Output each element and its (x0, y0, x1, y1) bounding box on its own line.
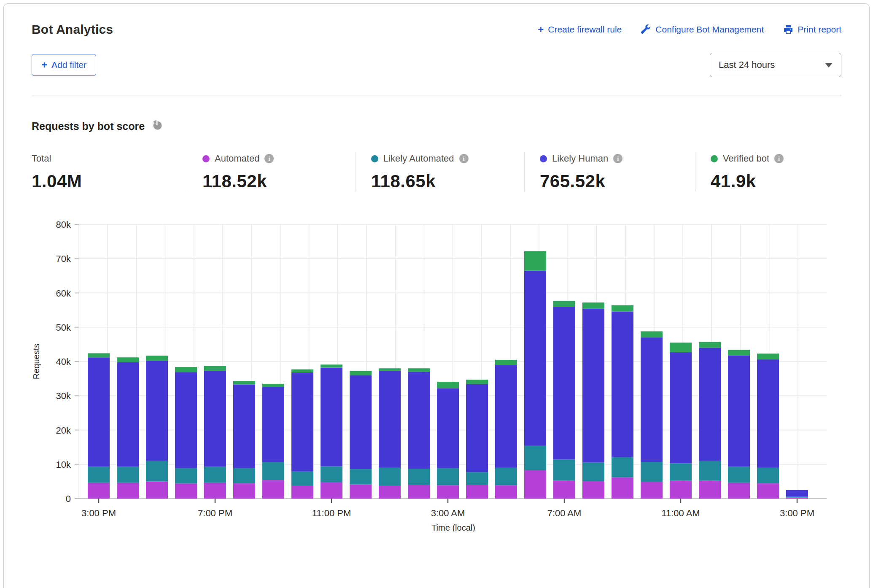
bar-segment[interactable] (757, 353, 779, 359)
bar-segment[interactable] (233, 483, 255, 499)
add-filter-button[interactable]: + Add filter (32, 54, 96, 76)
bar-segment[interactable] (437, 485, 459, 499)
bar-segment[interactable] (175, 367, 197, 372)
bar-segment[interactable] (146, 361, 168, 461)
bar-segment[interactable] (175, 468, 197, 484)
bar-segment[interactable] (786, 498, 808, 499)
print-report-link[interactable]: Print report (783, 24, 841, 35)
bar-segment[interactable] (728, 350, 750, 355)
bar-segment[interactable] (786, 490, 808, 496)
bar-segment[interactable] (553, 301, 575, 307)
create-firewall-rule-link[interactable]: + Create firewall rule (538, 24, 622, 35)
bar-segment[interactable] (291, 486, 313, 499)
bar-segment[interactable] (379, 468, 401, 486)
bar-segment[interactable] (88, 357, 110, 467)
bar-segment[interactable] (262, 387, 284, 462)
bar-segment[interactable] (146, 356, 168, 361)
bar-segment[interactable] (321, 368, 342, 467)
info-icon[interactable]: i (613, 154, 622, 163)
bar-segment[interactable] (262, 384, 284, 387)
bar-segment[interactable] (379, 371, 401, 468)
bar-segment[interactable] (117, 357, 139, 362)
bar-segment[interactable] (524, 271, 546, 446)
bar-segment[interactable] (350, 371, 372, 375)
bar-segment[interactable] (350, 485, 372, 499)
bar-segment[interactable] (408, 469, 430, 485)
bar-segment[interactable] (379, 486, 401, 499)
bar-segment[interactable] (757, 483, 779, 499)
bar-segment[interactable] (612, 311, 633, 457)
bar-segment[interactable] (582, 463, 604, 481)
bar-segment[interactable] (612, 457, 633, 477)
bar-segment[interactable] (582, 481, 604, 499)
bar-segment[interactable] (670, 352, 692, 463)
bar-segment[interactable] (117, 467, 139, 483)
bar-segment[interactable] (262, 462, 284, 480)
bar-segment[interactable] (670, 463, 692, 480)
bar-segment[interactable] (437, 468, 459, 486)
bar-segment[interactable] (466, 472, 488, 485)
bar-segment[interactable] (612, 305, 633, 312)
bar-segment[interactable] (466, 485, 488, 499)
bar-segment[interactable] (670, 481, 692, 499)
bar-segment[interactable] (495, 468, 517, 485)
bar-segment[interactable] (146, 481, 168, 499)
bar-segment[interactable] (699, 481, 721, 499)
bar-segment[interactable] (117, 483, 139, 499)
bar-segment[interactable] (612, 477, 633, 499)
bar-segment[interactable] (699, 348, 721, 461)
bar-segment[interactable] (88, 353, 110, 358)
bar-segment[interactable] (495, 485, 517, 499)
bar-segment[interactable] (291, 372, 313, 472)
bar-segment[interactable] (350, 469, 372, 485)
bar-segment[interactable] (495, 360, 517, 365)
bar-segment[interactable] (641, 332, 663, 338)
bar-segment[interactable] (728, 355, 750, 467)
bar-segment[interactable] (553, 481, 575, 499)
bar-segment[interactable] (495, 365, 517, 468)
bar-segment[interactable] (321, 482, 342, 499)
bar-segment[interactable] (582, 302, 604, 309)
bar-segment[interactable] (175, 372, 197, 468)
bar-segment[interactable] (641, 337, 663, 462)
bar-segment[interactable] (699, 461, 721, 481)
bar-segment[interactable] (146, 461, 168, 482)
bar-segment[interactable] (88, 483, 110, 499)
bar-segment[interactable] (204, 483, 226, 499)
bar-segment[interactable] (408, 485, 430, 499)
bar-segment[interactable] (524, 470, 546, 499)
bar-segment[interactable] (641, 482, 663, 499)
bar-segment[interactable] (350, 375, 372, 469)
bar-segment[interactable] (699, 342, 721, 348)
bar-segment[interactable] (262, 480, 284, 499)
bar-segment[interactable] (88, 467, 110, 483)
bar-segment[interactable] (641, 462, 663, 482)
info-icon[interactable]: i (264, 154, 274, 163)
bar-segment[interactable] (408, 372, 430, 469)
bar-segment[interactable] (757, 468, 779, 483)
bar-segment[interactable] (524, 446, 546, 470)
bar-segment[interactable] (204, 366, 226, 371)
time-range-select[interactable]: Last 24 hours (710, 53, 841, 77)
bar-segment[interactable] (175, 483, 197, 499)
info-icon[interactable]: i (459, 154, 469, 163)
bar-segment[interactable] (466, 384, 488, 472)
bar-segment[interactable] (204, 371, 226, 467)
bar-segment[interactable] (670, 343, 692, 352)
bar-segment[interactable] (757, 359, 779, 468)
bar-segment[interactable] (291, 472, 313, 486)
bar-segment[interactable] (291, 370, 313, 372)
bar-segment[interactable] (233, 381, 255, 384)
bar-segment[interactable] (553, 459, 575, 480)
bar-segment[interactable] (466, 380, 488, 384)
configure-bot-management-link[interactable]: Configure Bot Management (641, 24, 764, 35)
bar-segment[interactable] (408, 368, 430, 372)
bar-segment[interactable] (553, 307, 575, 459)
bar-segment[interactable] (582, 309, 604, 463)
bar-segment[interactable] (233, 384, 255, 468)
info-icon[interactable]: i (774, 154, 784, 163)
bar-segment[interactable] (117, 362, 139, 467)
bar-segment[interactable] (321, 467, 342, 482)
bar-segment[interactable] (379, 368, 401, 371)
bar-segment[interactable] (437, 388, 459, 468)
